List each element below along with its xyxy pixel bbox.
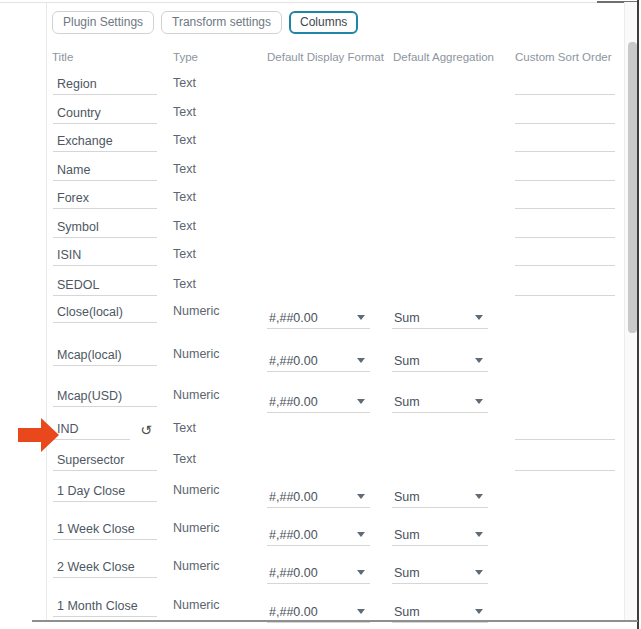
type-label: Numeric bbox=[173, 521, 220, 535]
display-format-value: #,##0.00 bbox=[269, 528, 318, 542]
title-input[interactable] bbox=[53, 348, 157, 366]
type-label: Numeric bbox=[173, 347, 220, 361]
display-format-dropdown[interactable]: #,##0.00 bbox=[267, 524, 370, 546]
column-row-ind: ↺ Text bbox=[0, 416, 622, 440]
aggregation-value: Sum bbox=[394, 528, 420, 542]
title-input[interactable] bbox=[53, 422, 130, 440]
aggregation-value: Sum bbox=[394, 605, 420, 619]
column-row-isin: Text bbox=[0, 242, 622, 266]
type-label: Numeric bbox=[173, 483, 220, 497]
title-input[interactable] bbox=[53, 389, 157, 407]
column-row-1-day-close: Numeric #,##0.00 Sum bbox=[0, 478, 622, 502]
title-input[interactable] bbox=[53, 305, 157, 323]
column-row-close-local: Numeric #,##0.00 Sum bbox=[0, 299, 622, 323]
column-row-region: Text bbox=[0, 71, 622, 95]
chevron-down-icon bbox=[475, 532, 483, 537]
type-label: Text bbox=[173, 277, 196, 291]
columns-settings-panel: Plugin Settings Transform settings Colum… bbox=[0, 0, 641, 629]
column-row-symbol: Text bbox=[0, 214, 622, 238]
chevron-down-icon bbox=[357, 532, 365, 537]
title-input[interactable] bbox=[53, 599, 157, 617]
aggregation-dropdown[interactable]: Sum bbox=[392, 524, 488, 546]
column-row-forex: Text bbox=[0, 185, 622, 209]
title-input[interactable] bbox=[53, 560, 157, 578]
aggregation-value: Sum bbox=[394, 395, 420, 409]
title-input[interactable] bbox=[53, 106, 157, 124]
chevron-down-icon bbox=[475, 315, 483, 320]
aggregation-value: Sum bbox=[394, 566, 420, 580]
title-input[interactable] bbox=[53, 134, 157, 152]
display-format-value: #,##0.00 bbox=[269, 490, 318, 504]
title-input[interactable] bbox=[53, 453, 157, 471]
aggregation-dropdown[interactable]: Sum bbox=[392, 486, 488, 508]
column-row-name: Text bbox=[0, 157, 622, 181]
type-label: Numeric bbox=[173, 304, 220, 318]
type-label: Text bbox=[173, 76, 196, 90]
tab-transform-settings[interactable]: Transform settings bbox=[161, 11, 282, 34]
custom-sort-input[interactable] bbox=[515, 163, 615, 181]
display-format-dropdown[interactable]: #,##0.00 bbox=[267, 486, 370, 508]
title-input[interactable] bbox=[53, 522, 157, 540]
column-row-sedol: Text bbox=[0, 272, 622, 296]
column-row-2-week-close: Numeric #,##0.00 Sum bbox=[0, 554, 622, 578]
title-input[interactable] bbox=[53, 484, 157, 502]
custom-sort-input[interactable] bbox=[515, 106, 615, 124]
custom-sort-input[interactable] bbox=[515, 134, 615, 152]
aggregation-dropdown[interactable]: Sum bbox=[392, 307, 488, 329]
aggregation-dropdown[interactable]: Sum bbox=[392, 350, 488, 372]
column-row-supersector: Text bbox=[0, 447, 622, 471]
settings-tab-bar: Plugin Settings Transform settings Colum… bbox=[52, 11, 358, 34]
chevron-down-icon bbox=[357, 494, 365, 499]
type-label: Text bbox=[173, 190, 196, 204]
title-input[interactable] bbox=[53, 163, 157, 181]
column-row-country: Text bbox=[0, 100, 622, 124]
display-format-dropdown[interactable]: #,##0.00 bbox=[267, 350, 370, 372]
type-label: Numeric bbox=[173, 388, 220, 402]
revert-title-button[interactable]: ↺ bbox=[138, 422, 154, 439]
custom-sort-input[interactable] bbox=[515, 453, 615, 471]
type-label: Numeric bbox=[173, 559, 220, 573]
display-format-value: #,##0.00 bbox=[269, 605, 318, 619]
title-input[interactable] bbox=[53, 77, 157, 95]
title-input[interactable] bbox=[53, 248, 157, 266]
aggregation-value: Sum bbox=[394, 490, 420, 504]
tab-plugin-settings[interactable]: Plugin Settings bbox=[52, 11, 154, 34]
type-label: Text bbox=[173, 247, 196, 261]
chevron-down-icon bbox=[475, 494, 483, 499]
custom-sort-input[interactable] bbox=[515, 248, 615, 266]
column-row-exchange: Text bbox=[0, 128, 622, 152]
custom-sort-input[interactable] bbox=[515, 220, 615, 238]
column-header-default-display-format: Default Display Format bbox=[267, 51, 384, 63]
display-format-dropdown[interactable]: #,##0.00 bbox=[267, 307, 370, 329]
display-format-value: #,##0.00 bbox=[269, 395, 318, 409]
type-label: Numeric bbox=[173, 598, 220, 612]
display-format-dropdown[interactable]: #,##0.00 bbox=[267, 562, 370, 584]
display-format-dropdown[interactable]: #,##0.00 bbox=[267, 391, 370, 413]
custom-sort-input[interactable] bbox=[515, 422, 615, 440]
display-format-value: #,##0.00 bbox=[269, 311, 318, 325]
display-format-value: #,##0.00 bbox=[269, 566, 318, 580]
panel-border-bottom bbox=[32, 620, 638, 622]
column-header-custom-sort-order: Custom Sort Order bbox=[515, 51, 612, 63]
panel-border-right bbox=[637, 0, 639, 629]
title-input[interactable] bbox=[53, 191, 157, 209]
aggregation-dropdown[interactable]: Sum bbox=[392, 562, 488, 584]
title-input[interactable] bbox=[53, 220, 157, 238]
custom-sort-input[interactable] bbox=[515, 77, 615, 95]
type-label: Text bbox=[173, 133, 196, 147]
chevron-down-icon bbox=[357, 609, 365, 614]
panel-border-top bbox=[0, 2, 638, 3]
vertical-scrollbar-thumb[interactable] bbox=[628, 42, 637, 333]
custom-sort-input[interactable] bbox=[515, 191, 615, 209]
column-row-1-month-close: Numeric #,##0.00 Sum bbox=[0, 593, 622, 617]
custom-sort-input[interactable] bbox=[515, 278, 615, 296]
aggregation-dropdown[interactable]: Sum bbox=[392, 391, 488, 413]
chevron-down-icon bbox=[357, 358, 365, 363]
title-input[interactable] bbox=[53, 278, 157, 296]
column-row-mcap-local: Numeric #,##0.00 Sum bbox=[0, 342, 622, 366]
column-header-type: Type bbox=[173, 51, 198, 63]
undo-icon: ↺ bbox=[140, 422, 152, 438]
column-row-1-week-close: Numeric #,##0.00 Sum bbox=[0, 516, 622, 540]
tab-columns[interactable]: Columns bbox=[289, 11, 358, 34]
chevron-down-icon bbox=[475, 358, 483, 363]
